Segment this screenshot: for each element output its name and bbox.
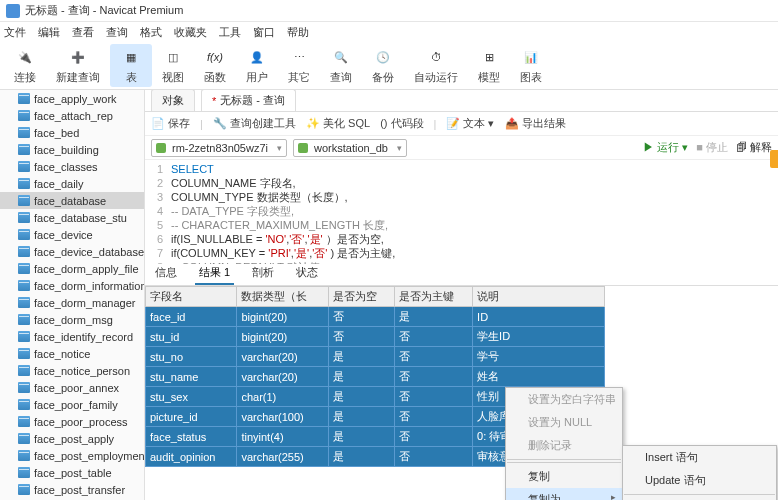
sidebar-item-face_notice_person[interactable]: face_notice_person <box>0 362 144 379</box>
table-icon <box>18 178 30 189</box>
table-icon <box>18 450 30 461</box>
toolbar-query-button[interactable]: 🔍查询 <box>320 44 362 87</box>
explain-button[interactable]: 🗐 解释 <box>736 140 772 155</box>
sidebar-item-label: face_apply_work <box>34 93 117 105</box>
toolbar-model-button[interactable]: ⊞模型 <box>468 44 510 87</box>
sidebar-item-label: face_database_stu <box>34 212 127 224</box>
column-header[interactable]: 数据类型（长 <box>237 287 329 307</box>
sidebar-item-face_apply_work[interactable]: face_apply_work <box>0 90 144 107</box>
toolbar-label: 其它 <box>288 70 310 85</box>
sidebar-item-face_poor_process[interactable]: face_poor_process <box>0 413 144 430</box>
text-button[interactable]: 📝 文本 ▾ <box>446 116 494 131</box>
toolbar-plug-button[interactable]: 🔌连接 <box>4 44 46 87</box>
ctx-item[interactable]: 设置为 NULL <box>506 411 622 434</box>
run-button[interactable]: ▶ 运行 ▾ <box>643 140 688 155</box>
side-handle[interactable] <box>770 150 778 168</box>
column-header[interactable]: 说明 <box>473 287 605 307</box>
result-tab-结果 1[interactable]: 结果 1 <box>195 262 234 285</box>
sidebar-item-face_poor_family[interactable]: face_poor_family <box>0 396 144 413</box>
database-select[interactable]: workstation_db <box>293 139 407 157</box>
toolbar-other-button[interactable]: ⋯其它 <box>278 44 320 87</box>
sidebar-item-face_dorm_msg[interactable]: face_dorm_msg <box>0 311 144 328</box>
beautify-sql-button[interactable]: ✨ 美化 SQL <box>306 116 370 131</box>
table-icon <box>18 348 30 359</box>
toolbar-auto-button[interactable]: ⏱自动运行 <box>404 44 468 87</box>
toolbar-chart-button[interactable]: 📊图表 <box>510 44 552 87</box>
menu-工具[interactable]: 工具 <box>219 25 241 40</box>
table-icon <box>18 110 30 121</box>
sidebar-item-face_post_employment[interactable]: face_post_employment <box>0 447 144 464</box>
sidebar-item-face_building[interactable]: face_building <box>0 141 144 158</box>
export-results-button[interactable]: 📤 导出结果 <box>505 116 566 131</box>
result-tab-信息[interactable]: 信息 <box>151 262 181 285</box>
menu-编辑[interactable]: 编辑 <box>38 25 60 40</box>
sidebar-item-face_dorm_apply_file[interactable]: face_dorm_apply_file <box>0 260 144 277</box>
menu-帮助[interactable]: 帮助 <box>287 25 309 40</box>
table-row[interactable]: stu_novarchar(20)是否学号 <box>146 347 605 367</box>
sql-editor[interactable]: 1SELECT2 COLUMN_NAME 字段名,3 COLUMN_TYPE 数… <box>145 160 778 264</box>
result-tab-剖析[interactable]: 剖析 <box>248 262 278 285</box>
menu-窗口[interactable]: 窗口 <box>253 25 275 40</box>
app-icon <box>6 4 20 18</box>
tab-对象[interactable]: 对象 <box>151 90 195 111</box>
sidebar-item-face_database[interactable]: face_database <box>0 192 144 209</box>
sidebar-item-face_dorm_manager[interactable]: face_dorm_manager <box>0 294 144 311</box>
toolbar-view-button[interactable]: ◫视图 <box>152 44 194 87</box>
ctx-sub-item[interactable]: Update 语句 <box>623 469 776 492</box>
sidebar-item-label: face_bed <box>34 127 79 139</box>
query-builder-button[interactable]: 🔧 查询创建工具 <box>213 116 296 131</box>
menu-文件[interactable]: 文件 <box>4 25 26 40</box>
menu-查询[interactable]: 查询 <box>106 25 128 40</box>
view-icon: ◫ <box>162 46 184 68</box>
menu-收藏夹[interactable]: 收藏夹 <box>174 25 207 40</box>
toolbar-backup-button[interactable]: 🕓备份 <box>362 44 404 87</box>
window-title: 无标题 - 查询 - Navicat Premium <box>25 3 183 18</box>
table-icon <box>18 382 30 393</box>
code-snippet-button[interactable]: () 代码段 <box>380 116 423 131</box>
sidebar-item-label: face_device <box>34 229 93 241</box>
sidebar-item-label: face_database <box>34 195 106 207</box>
ctx-item[interactable]: 复制 <box>506 465 622 488</box>
tab-无标题 - 查询[interactable]: *无标题 - 查询 <box>201 90 296 111</box>
ctx-sub-item[interactable]: Insert 语句 <box>623 446 776 469</box>
menu-查看[interactable]: 查看 <box>72 25 94 40</box>
query-toolbar: 📄 保存 | 🔧 查询创建工具 ✨ 美化 SQL () 代码段 | 📝 文本 ▾… <box>145 112 778 136</box>
toolbar-newq-button[interactable]: ➕新建查询 <box>46 44 110 87</box>
toolbar-table-button[interactable]: ▦表 <box>110 44 152 87</box>
table-icon <box>18 297 30 308</box>
sidebar-item-face_identify_record[interactable]: face_identify_record <box>0 328 144 345</box>
sidebar-item-face_device_database[interactable]: face_device_database <box>0 243 144 260</box>
sidebar-item-face_notice[interactable]: face_notice <box>0 345 144 362</box>
sidebar-item-face_poor_annex[interactable]: face_poor_annex <box>0 379 144 396</box>
toolbar-user-button[interactable]: 👤用户 <box>236 44 278 87</box>
table-row[interactable]: face_idbigint(20)否是ID <box>146 307 605 327</box>
ctx-item[interactable]: 复制为 <box>506 488 622 500</box>
sidebar-item-face_post_apply[interactable]: face_post_apply <box>0 430 144 447</box>
column-header[interactable]: 是否为主键 <box>394 287 473 307</box>
sidebar-item-label: face_post_apply <box>34 433 114 445</box>
table-icon <box>18 93 30 104</box>
table-row[interactable]: stu_idbigint(20)否否学生ID <box>146 327 605 347</box>
result-tab-状态[interactable]: 状态 <box>292 262 322 285</box>
sidebar-item-face_dorm_information[interactable]: face_dorm_information <box>0 277 144 294</box>
save-button[interactable]: 📄 保存 <box>151 116 190 131</box>
sidebar-item-face_bed[interactable]: face_bed <box>0 124 144 141</box>
column-header[interactable]: 是否为空 <box>329 287 394 307</box>
sidebar-item-face_post_table[interactable]: face_post_table <box>0 464 144 481</box>
toolbar-fx-button[interactable]: f(x)函数 <box>194 44 236 87</box>
table-icon <box>18 127 30 138</box>
sidebar-item-label: face_dorm_msg <box>34 314 113 326</box>
ctx-item[interactable]: 删除记录 <box>506 434 622 457</box>
sidebar-item-face_database_stu[interactable]: face_database_stu <box>0 209 144 226</box>
sidebar-item-face_device[interactable]: face_device <box>0 226 144 243</box>
column-header[interactable]: 字段名 <box>146 287 237 307</box>
sidebar-item-face_post_transfer[interactable]: face_post_transfer <box>0 481 144 498</box>
server-select[interactable]: rm-2zetn83n05wz7i <box>151 139 287 157</box>
table-row[interactable]: stu_namevarchar(20)是否姓名 <box>146 367 605 387</box>
sidebar-item-face_daily[interactable]: face_daily <box>0 175 144 192</box>
sidebar-item-face_classes[interactable]: face_classes <box>0 158 144 175</box>
menu-格式[interactable]: 格式 <box>140 25 162 40</box>
ctx-item[interactable]: 设置为空白字符串 <box>506 388 622 411</box>
object-sidebar[interactable]: face_apply_workface_attach_repface_bedfa… <box>0 90 145 500</box>
sidebar-item-face_attach_rep[interactable]: face_attach_rep <box>0 107 144 124</box>
